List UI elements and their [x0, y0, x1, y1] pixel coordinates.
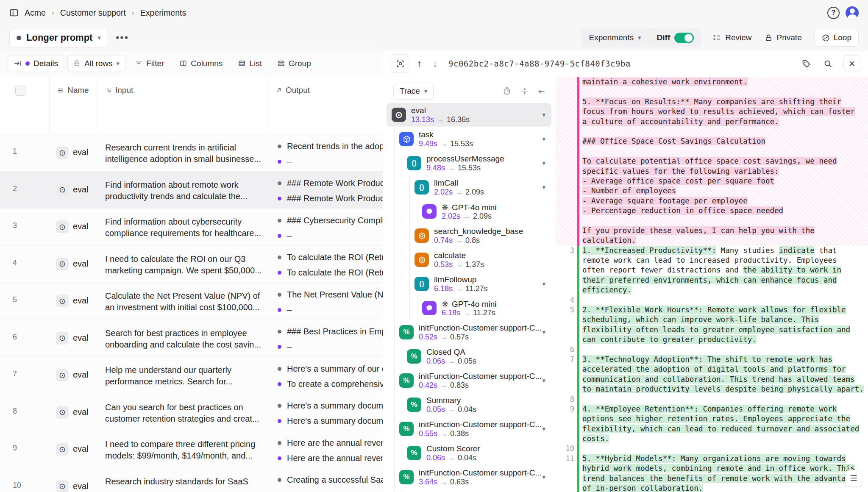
trace-span-row[interactable]: ⊙eval13.13s→16.36s▾ — [387, 103, 551, 127]
timing-icon[interactable] — [498, 87, 516, 95]
trace-span-row[interactable]: ()llmCall2.02s→2.09s▾ — [387, 175, 551, 199]
trace-span-row[interactable]: ❋GPT-4o mini6.18s→11.27s — [387, 296, 551, 320]
row-number: 4 — [13, 259, 17, 267]
table-row[interactable]: 10 ⊙ eval Research industry standards fo… — [0, 468, 383, 492]
filter-button[interactable]: Filter — [129, 59, 170, 68]
avatar[interactable] — [846, 6, 859, 19]
trace-span-row[interactable]: %initFunction-Customer support-C...0.42s… — [387, 369, 551, 392]
chevron-down-icon[interactable]: ▾ — [542, 135, 545, 143]
trace-span-row[interactable]: ()llmFollowup6.18s→11.27s▾ — [387, 272, 551, 296]
column-header-input[interactable]: Input — [105, 86, 133, 95]
trace-span-row[interactable]: %Intent Classification0.43s→0.09s — [387, 489, 551, 492]
more-actions-button[interactable]: ••• — [116, 32, 129, 44]
table-row[interactable]: 9 ⊙ eval I need to compare three differe… — [0, 431, 383, 468]
table-row[interactable]: 2 ⊙ eval Find information about remote w… — [0, 172, 383, 209]
next-row-button[interactable]: ↓ — [429, 58, 441, 69]
text-view-button[interactable]: ☰ — [845, 470, 862, 487]
view-switcher-experiments[interactable]: Experiments▾ — [581, 28, 648, 47]
diff-added-line: can contribute to greater productivity. — [556, 335, 868, 345]
private-button[interactable]: Private — [765, 33, 802, 42]
tag-icon[interactable] — [798, 59, 815, 68]
output-cell[interactable]: Here are the annual revenuHere are the a… — [278, 435, 383, 466]
breadcrumb-acme[interactable]: Acme — [25, 8, 46, 18]
chevron-down-icon[interactable]: ▾ — [542, 280, 545, 288]
table-row[interactable]: 7 ⊙ eval Help me understand our quarterl… — [0, 357, 383, 394]
output-cell[interactable]: Here's a summary documeHere's a summary … — [278, 398, 383, 429]
list-button[interactable]: List — [232, 59, 268, 68]
line-number: 7 — [556, 355, 574, 364]
output-cell[interactable]: Creating a successful SaaS — [278, 473, 383, 488]
input-cell[interactable]: Search for best practices in employeeonb… — [105, 328, 270, 350]
help-icon[interactable]: ? — [827, 7, 840, 19]
input-cell[interactable]: Calculate the Net Present Value (NPV) of… — [105, 290, 270, 313]
chevron-down-icon[interactable]: ▾ — [542, 473, 545, 481]
diff-deleted-line: To calculate potential office space cost… — [556, 156, 868, 166]
trace-span-row[interactable]: %initFunction-Customer support-C...0.55s… — [387, 417, 551, 441]
diff-toggle[interactable] — [674, 33, 694, 43]
column-header-name[interactable]: Name — [57, 86, 89, 95]
previous-row-button[interactable]: ↑ — [414, 58, 425, 69]
trace-span-row[interactable]: %initFunction-Customer support-C...3.64s… — [387, 465, 551, 489]
output-cell[interactable]: Here's a summary of our qTo create a com… — [278, 361, 383, 392]
output-cell[interactable]: To calculate the ROI (ReturTo calculate … — [278, 250, 383, 281]
focus-span-button[interactable] — [391, 54, 409, 73]
breadcrumb-project[interactable]: Customer support — [60, 8, 126, 18]
output-cell[interactable]: ### Best Practices in Empl– — [278, 324, 383, 355]
chevron-down-icon[interactable]: ▾ — [542, 159, 545, 167]
collapse-left-icon[interactable]: ⇤ — [534, 86, 550, 96]
loop-button[interactable]: Loop — [815, 29, 859, 47]
breadcrumb-experiments[interactable]: Experiments — [140, 8, 186, 18]
trace-span-row[interactable]: %initFunction-Customer support-C...0.52s… — [387, 320, 551, 344]
column-header-output[interactable]: Output — [275, 86, 310, 95]
row-name: eval — [73, 296, 89, 306]
input-cell[interactable]: Help me understand our quarterlyperforma… — [105, 364, 270, 387]
select-all-checkbox[interactable] — [15, 86, 25, 96]
group-button[interactable]: Group — [271, 59, 317, 68]
trace-span-row[interactable]: search_knowledge_base0.74s→0.8s — [387, 224, 551, 247]
columns-button[interactable]: Columns — [173, 59, 228, 68]
output-cell[interactable]: ### Cybersecurity Complia– — [278, 213, 383, 243]
chevron-down-icon[interactable]: ▾ — [542, 183, 545, 191]
chevron-down-icon[interactable]: ▾ — [542, 328, 545, 336]
trace-span-row[interactable]: %Summary0.05s→0.04s — [387, 393, 551, 417]
trace-span-row[interactable]: ()processUserMessage9.48s→15.53s▾ — [387, 151, 551, 175]
tool-span-icon — [415, 253, 429, 267]
input-cell[interactable]: I need to compare three different pricin… — [105, 439, 270, 461]
diff-added-line: to maintain productivity levels despite … — [556, 384, 868, 394]
input-cell[interactable]: Can you search for best practices oncust… — [105, 402, 270, 425]
trace-span-row[interactable]: ❋GPT-4o mini2.02s→2.09s — [387, 200, 551, 223]
input-cell[interactable]: Find information about cybersecuritycomp… — [105, 216, 270, 239]
table-row[interactable]: 3 ⊙ eval Find information about cybersec… — [0, 208, 383, 246]
chevron-down-icon[interactable]: ▾ — [542, 111, 545, 119]
experiment-switcher-button[interactable]: Longer prompt ▾ — [9, 28, 108, 47]
trace-tree: ⊙eval13.13s→16.36s▾task9.49s→15.53s▾()pr… — [383, 103, 556, 492]
trace-view-dropdown[interactable]: Trace▾ — [393, 83, 434, 100]
details-button[interactable]: Details — [8, 55, 64, 72]
input-cell[interactable]: Research industry standards for SaaS — [105, 476, 270, 487]
chevron-down-icon[interactable]: ▾ — [542, 377, 545, 384]
table-row[interactable]: 6 ⊙ eval Search for best practices in em… — [0, 320, 383, 357]
input-cell[interactable]: Find information about remote workproduc… — [105, 179, 270, 202]
table-row[interactable]: 5 ⊙ eval Calculate the Net Present Value… — [0, 283, 383, 320]
review-button[interactable]: Review — [712, 33, 751, 42]
diff-output-pane[interactable]: maintain a cohesive work environment.5. … — [556, 77, 868, 492]
input-cell[interactable]: I need to calculate the ROI on our Q3mar… — [105, 253, 270, 276]
trace-span-row[interactable]: task9.49s→15.53s▾ — [387, 127, 551, 151]
all-rows-button[interactable]: All rows ▾ — [67, 55, 125, 72]
output-cell[interactable]: The Net Present Value (NP– — [278, 287, 383, 317]
table-row[interactable]: 8 ⊙ eval Can you search for best practic… — [0, 394, 383, 431]
output-cell[interactable]: ### Remote Work Product### Remote Work P… — [278, 176, 383, 206]
trace-span-row[interactable]: calculate0.53s→1.37s — [387, 248, 551, 272]
score-dot — [278, 256, 281, 259]
trace-span-row[interactable]: %Custom Scorer0.06s→0.04s — [387, 441, 551, 465]
table-row[interactable]: 1 ⊙ eval Research current trends in arti… — [0, 134, 383, 172]
trace-span-row[interactable]: %Closed QA0.06s→0.05s — [387, 345, 551, 368]
close-panel-button[interactable]: ✕ — [843, 55, 860, 72]
table-row[interactable]: 4 ⊙ eval I need to calculate the ROI on … — [0, 246, 383, 283]
search-icon[interactable] — [819, 59, 837, 68]
input-cell[interactable]: Research current trends in artificialint… — [105, 142, 270, 165]
output-cell[interactable]: Recent trends in the adopti– — [278, 139, 383, 169]
sidebar-toggle-icon[interactable] — [9, 8, 19, 17]
chevron-down-icon[interactable]: ▾ — [542, 425, 545, 433]
collapse-rows-icon[interactable] — [516, 87, 534, 95]
